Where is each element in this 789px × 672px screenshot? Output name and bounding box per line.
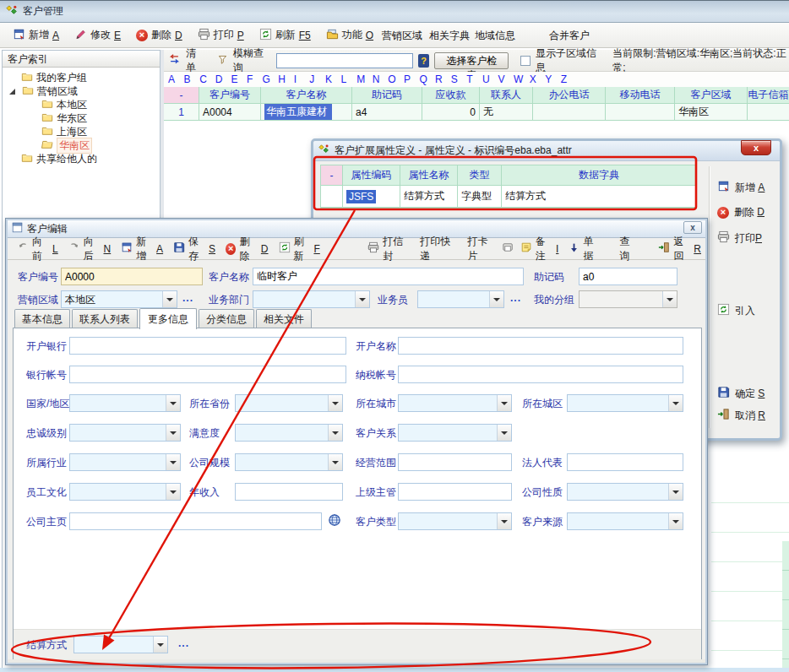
table-cell[interactable]: 结算方式 [400,186,458,208]
tree-item[interactable]: 营销区域 [3,84,160,98]
tree-item[interactable]: 华东区 [3,111,160,125]
table-cell[interactable]: JSFS [343,186,400,208]
alphabet-letter[interactable]: B [184,73,200,85]
modify-button[interactable]: 修改E [68,25,127,46]
province-dropdown[interactable] [235,394,343,412]
relationship-dropdown[interactable] [398,424,512,442]
card-printer-icon[interactable] [502,241,514,257]
chevron-down-icon[interactable] [497,395,511,411]
homepage-field[interactable] [69,512,322,530]
next-button[interactable]: 向后N [64,233,116,265]
superior-field[interactable] [398,483,512,501]
chevron-down-icon[interactable] [662,291,677,307]
chevron-down-icon[interactable] [497,425,511,441]
customer-no-field[interactable] [61,268,203,285]
company-nature-dropdown[interactable] [567,483,683,501]
show-subregion-checkbox[interactable] [520,56,530,66]
chevron-down-icon[interactable] [328,395,342,411]
column-header[interactable]: 属性编码 [343,165,400,186]
globe-icon[interactable] [328,513,341,529]
table-cell[interactable]: A0004 [199,104,261,121]
menu-merge-customer[interactable]: 合并客户 [549,29,590,43]
marketing-region-dropdown[interactable]: 本地区 [61,290,177,308]
column-header[interactable]: 数据字典 [502,165,696,186]
menu-geo-info[interactable]: 地域信息 [475,29,515,43]
chevron-down-icon[interactable] [166,425,180,441]
tab[interactable]: 更多信息 [139,308,197,329]
alphabet-letter[interactable]: I [294,73,310,85]
chevron-down-icon[interactable] [328,425,342,441]
table-cell[interactable] [533,104,606,121]
staff-culture-dropdown[interactable] [69,483,181,501]
delete-button[interactable]: × 删除D [221,233,273,265]
column-header[interactable]: 应收款 [422,87,480,104]
column-header[interactable]: 助记码 [352,87,422,104]
alphabet-letter[interactable]: V [498,73,514,85]
tree-item[interactable]: 华南区 [3,138,160,152]
alphabet-letter[interactable]: A [168,73,184,85]
save-button[interactable]: 保存S [169,233,220,265]
table-cell[interactable]: 1 [164,104,199,121]
attr-print-button[interactable]: 打印P [717,230,762,246]
print-envelope-button[interactable]: 打信封 [363,233,414,265]
loyalty-dropdown[interactable] [69,424,181,442]
refresh-button[interactable]: 刷新F [275,233,324,265]
column-header[interactable]: 类型 [458,165,502,186]
list-label[interactable]: 清单 [186,46,205,75]
close-icon[interactable]: x [683,221,702,234]
salesman-dropdown[interactable] [417,290,504,308]
bank-account-field[interactable] [69,366,346,383]
chevron-down-icon[interactable] [355,291,369,307]
tree-expander-icon[interactable] [9,89,15,95]
district-dropdown[interactable] [567,394,683,412]
column-header[interactable]: - [164,87,199,104]
settlement-method-dropdown[interactable] [73,636,168,653]
prev-button[interactable]: 向前L [13,233,63,265]
alphabet-letter[interactable]: Q [420,73,436,85]
alphabet-letter[interactable]: T [466,73,482,85]
alphabet-letter[interactable]: X [530,73,546,85]
fuzzy-query-input[interactable] [276,53,413,68]
city-dropdown[interactable] [398,394,512,412]
annual-income-field[interactable] [235,483,343,501]
search-help-icon[interactable]: ? [418,54,429,68]
swap-arrows-icon[interactable] [168,53,181,68]
menu-marketing-region[interactable]: 营销区域 [382,29,422,43]
column-header[interactable]: - [321,165,343,186]
tab[interactable]: 基本信息 [14,309,70,328]
query-button[interactable]: 查询 [615,233,642,265]
print-express-button[interactable]: 打印快递 [416,233,461,265]
business-dept-dropdown[interactable] [253,290,370,308]
delete-button[interactable]: × 删除D [130,25,188,45]
chevron-down-icon[interactable] [162,291,177,307]
table-cell[interactable]: 华南五康建材 [261,104,352,121]
column-header[interactable]: 客户区域 [675,87,748,104]
my-group-dropdown[interactable] [579,290,677,308]
legal-rep-field[interactable] [567,453,683,471]
alphabet-letter[interactable]: H [278,73,294,85]
alphabet-letter[interactable]: E [231,73,247,85]
region-picker-button[interactable]: ... [182,292,193,307]
table-cell[interactable]: 华南区 [675,104,748,121]
alphabet-letter[interactable]: J [309,73,325,85]
back-button[interactable]: 返回R [654,233,705,265]
tree-item[interactable]: 共享给他人的 [3,152,160,165]
table-cell[interactable]: 字典型 [458,186,502,208]
alphabet-letter[interactable]: S [451,73,467,85]
tab[interactable]: 联系人列表 [72,309,138,328]
table-cell[interactable] [606,104,675,121]
chevron-down-icon[interactable] [166,454,180,470]
alphabet-letter[interactable]: R [435,73,451,85]
documents-button[interactable]: 单据 [564,233,605,265]
chevron-down-icon[interactable] [668,513,683,529]
alphabet-letter[interactable]: D [215,73,231,85]
tax-account-field[interactable] [398,366,683,383]
tab[interactable]: 相关文件 [256,309,312,328]
chevron-down-icon[interactable] [166,484,180,500]
note-button[interactable]: 备注I [516,233,563,265]
alphabet-letter[interactable]: L [341,73,357,85]
bank-field[interactable] [69,337,346,355]
column-header[interactable]: 客户名称 [261,87,352,104]
attr-import-button[interactable]: 引入 [717,303,755,318]
attr-ok-button[interactable]: 确定 S [717,386,765,401]
